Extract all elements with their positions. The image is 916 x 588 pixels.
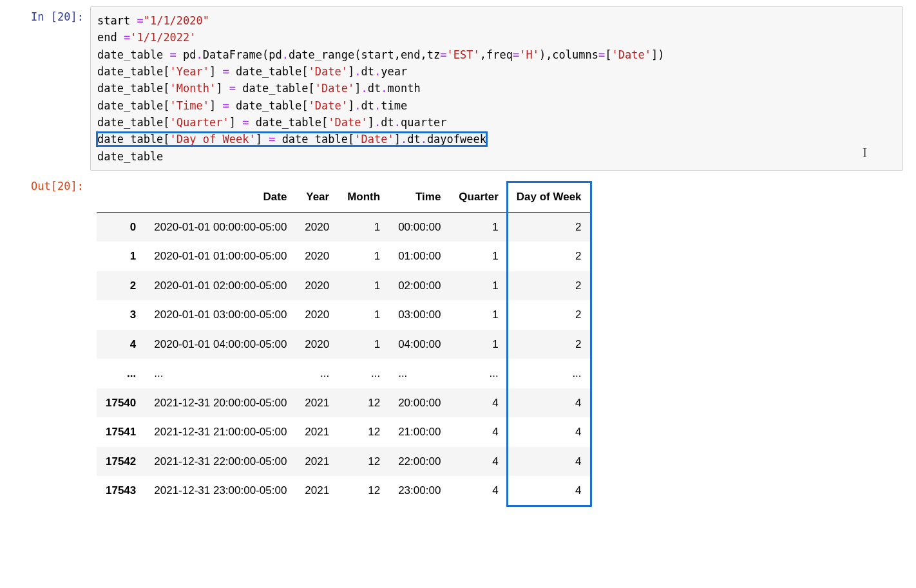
cell: 01:00:00 <box>389 242 450 271</box>
code-token: = <box>269 133 275 146</box>
code-token: ] <box>256 133 269 146</box>
cell: 03:00:00 <box>389 300 450 330</box>
code-token: 'Time' <box>170 99 209 112</box>
cell: 2020-01-01 03:00:00-05:00 <box>145 300 296 330</box>
code-token: DataFrame(pd <box>203 48 282 61</box>
code-token: start <box>97 14 137 27</box>
cell: 2021-12-31 22:00:00-05:00 <box>145 447 296 477</box>
row-index: 17543 <box>97 476 145 506</box>
cell: 4 <box>508 388 591 418</box>
row-index: 0 <box>97 212 145 242</box>
output-prompt: Out[20]: <box>13 176 90 193</box>
code-token: date_table[ <box>97 116 170 129</box>
cell: 2 <box>508 300 591 330</box>
code-token: dt <box>361 99 374 112</box>
cell: 1 <box>450 300 507 330</box>
row-index: 2 <box>97 271 145 301</box>
code-token: dt <box>368 82 381 95</box>
cell: 22:00:00 <box>389 447 450 477</box>
table-row: 22020-01-01 02:00:00-05:002020102:00:001… <box>97 271 591 301</box>
cell: 2 <box>508 271 591 301</box>
code-token: date_table[ <box>97 82 170 95</box>
code-token: ),columns <box>539 48 598 61</box>
code-token: ]) <box>651 48 664 61</box>
code-token: = <box>223 65 229 78</box>
cell: 12 <box>338 388 389 418</box>
cell: 04:00:00 <box>389 330 450 359</box>
table-row: 175422021-12-31 22:00:00-05:0020211222:0… <box>97 447 591 477</box>
code-token: date_table[ <box>97 99 170 112</box>
code-token: time <box>381 99 407 112</box>
dataframe-wrapper: Date Year Month Time Quarter Day of Week… <box>97 180 591 506</box>
code-token: date_table <box>97 150 163 163</box>
input-cell: In [20]: start ="1/1/2020" end ='1/1/202… <box>13 6 903 171</box>
code-token: ] <box>354 82 361 95</box>
code-token: . <box>421 133 427 146</box>
cell: 1 <box>450 330 507 359</box>
code-token: year <box>381 65 407 78</box>
cell: 1 <box>338 330 389 359</box>
code-token: date_range(start,end,tz <box>289 48 440 61</box>
cell: 00:00:00 <box>389 212 450 242</box>
input-prompt: In [20]: <box>13 6 90 23</box>
cell: 1 <box>450 271 507 301</box>
code-token: 'Date' <box>309 65 348 78</box>
cell: 02:00:00 <box>389 271 450 301</box>
cell: 12 <box>338 417 389 447</box>
code-token: month <box>387 82 420 95</box>
cell: 2020 <box>296 212 338 242</box>
code-token: 'Day of Week' <box>170 133 256 146</box>
cell: ... <box>296 359 338 388</box>
cell: ... <box>450 359 507 388</box>
cell: 1 <box>338 271 389 301</box>
code-token: 'Date' <box>612 48 651 61</box>
code-token: . <box>196 48 203 61</box>
cell: 2021-12-31 20:00:00-05:00 <box>145 388 296 418</box>
output-area: Date Year Month Time Quarter Day of Week… <box>90 176 903 514</box>
code-token: = <box>242 116 249 129</box>
code-token: ] <box>209 65 222 78</box>
cell: 20:00:00 <box>389 388 450 418</box>
cell: 4 <box>450 447 507 477</box>
code-token: = <box>598 48 605 61</box>
col-header-quarter: Quarter <box>450 182 507 212</box>
code-token: ,freq <box>480 48 513 61</box>
cell: 4 <box>450 417 507 447</box>
cell: 2021 <box>296 476 338 506</box>
code-token: . <box>374 99 381 112</box>
code-token: dt <box>361 65 374 78</box>
cell: 2021 <box>296 388 338 418</box>
cell: 2021-12-31 23:00:00-05:00 <box>145 476 296 506</box>
row-index: 17542 <box>97 447 145 477</box>
code-token: quarter <box>401 116 447 129</box>
code-token: 'Month' <box>170 82 216 95</box>
table-row: 32020-01-01 03:00:00-05:002020103:00:001… <box>97 300 591 330</box>
cell: ... <box>508 359 591 388</box>
highlighted-line: date_table['Day of Week'] = date_table['… <box>97 133 486 146</box>
row-index: 17540 <box>97 388 145 418</box>
code-editor[interactable]: start ="1/1/2020" end ='1/1/2022' date_t… <box>90 6 903 171</box>
cell: 2021-12-31 21:00:00-05:00 <box>145 417 296 447</box>
table-row: 12020-01-01 01:00:00-05:002020101:00:001… <box>97 242 591 271</box>
col-header-time: Time <box>389 182 450 212</box>
cell: 1 <box>338 300 389 330</box>
table-row: 175412021-12-31 21:00:00-05:0020211221:0… <box>97 417 591 447</box>
code-token: = <box>170 48 177 61</box>
cell: 2021 <box>296 447 338 477</box>
cell: 4 <box>450 476 507 506</box>
cell: 2 <box>508 330 591 359</box>
code-token: pd <box>177 48 196 61</box>
cell: 2 <box>508 212 591 242</box>
code-token: dt <box>407 133 420 146</box>
row-index: 4 <box>97 330 145 359</box>
code-token: dt <box>381 116 394 129</box>
col-header-index <box>97 182 145 212</box>
cell: 4 <box>508 417 591 447</box>
cell: 2020 <box>296 242 338 271</box>
table-row: ..................... <box>97 359 591 388</box>
cell: 12 <box>338 476 389 506</box>
cell: 1 <box>338 212 389 242</box>
code-token: date_table[ <box>236 82 315 95</box>
code-token: date_table[ <box>97 133 170 146</box>
text-cursor-icon: I <box>863 142 867 164</box>
